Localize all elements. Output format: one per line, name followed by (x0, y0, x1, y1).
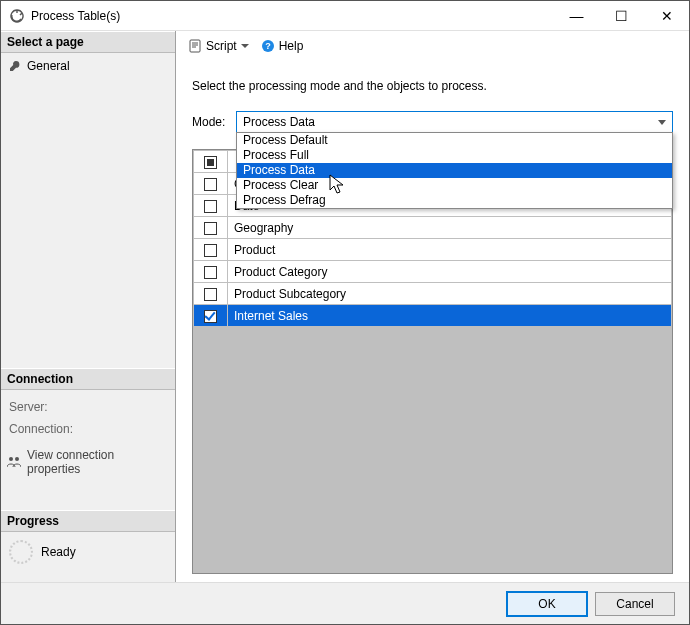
mode-option-defrag[interactable]: Process Defrag (237, 193, 672, 208)
server-label: Server: (7, 394, 169, 416)
row-checkbox[interactable] (204, 288, 217, 301)
objects-grid: Customer Date Geography Product (192, 149, 673, 574)
titlebar[interactable]: Process Table(s) — ☐ ✕ (1, 1, 689, 31)
svg-text:?: ? (265, 41, 271, 51)
svg-point-1 (15, 457, 19, 461)
mode-option-full[interactable]: Process Full (237, 148, 672, 163)
chevron-down-icon (658, 120, 666, 125)
row-checkbox[interactable] (204, 222, 217, 235)
instruction-text: Select the processing mode and the objec… (192, 79, 673, 93)
dialog-window: Process Table(s) — ☐ ✕ Select a page Gen… (0, 0, 690, 625)
sidebar: Select a page General Connection Server:… (1, 31, 176, 582)
row-name: Product (228, 239, 672, 261)
mode-option-clear[interactable]: Process Clear (237, 178, 672, 193)
chevron-down-icon (241, 44, 249, 48)
table-row[interactable]: Product Subcategory (194, 283, 672, 305)
svg-point-0 (9, 457, 13, 461)
main-panel: Script ? Help Select the processing mode… (176, 31, 689, 582)
dialog-body: Select a page General Connection Server:… (1, 31, 689, 582)
ok-button[interactable]: OK (507, 592, 587, 616)
help-button[interactable]: ? Help (257, 37, 308, 55)
app-icon (9, 8, 25, 24)
window-buttons: — ☐ ✕ (554, 1, 689, 30)
dialog-footer: OK Cancel (1, 582, 689, 624)
script-button[interactable]: Script (184, 37, 253, 55)
help-label: Help (279, 39, 304, 53)
mode-option-default[interactable]: Process Default (237, 133, 672, 148)
progress-header: Progress (1, 510, 175, 532)
row-name: Product Subcategory (228, 283, 672, 305)
mode-option-data[interactable]: Process Data (237, 163, 672, 178)
table-row[interactable]: Geography (194, 217, 672, 239)
view-connection-properties[interactable]: View connection properties (7, 438, 169, 476)
progress-status: Ready (41, 545, 76, 559)
page-item-label: General (27, 59, 70, 73)
toolbar: Script ? Help (176, 31, 689, 61)
row-name: Product Category (228, 261, 672, 283)
table-row[interactable]: Product (194, 239, 672, 261)
row-checkbox[interactable] (204, 178, 217, 191)
help-icon: ? (261, 39, 275, 53)
select-all-checkbox[interactable] (204, 156, 217, 169)
mode-combobox[interactable]: Process Data (236, 111, 673, 133)
minimize-button[interactable]: — (554, 1, 599, 30)
window-title: Process Table(s) (31, 9, 554, 23)
mode-label: Mode: (192, 115, 228, 129)
script-label: Script (206, 39, 237, 53)
progress-spinner-icon (9, 540, 33, 564)
row-name: Geography (228, 217, 672, 239)
row-checkbox[interactable] (204, 266, 217, 279)
content-area: Select the processing mode and the objec… (176, 61, 689, 582)
mode-dropdown: Process Default Process Full Process Dat… (236, 132, 673, 209)
mode-selected-value: Process Data (243, 115, 315, 129)
select-page-header: Select a page (1, 31, 175, 53)
row-name: Internet Sales (228, 305, 672, 327)
connection-header: Connection (1, 368, 175, 390)
maximize-button[interactable]: ☐ (599, 1, 644, 30)
ok-label: OK (538, 597, 555, 611)
row-checkbox[interactable] (204, 310, 217, 323)
close-button[interactable]: ✕ (644, 1, 689, 30)
cancel-button[interactable]: Cancel (595, 592, 675, 616)
table-row[interactable]: Internet Sales (194, 305, 672, 327)
cancel-label: Cancel (616, 597, 653, 611)
mode-row: Mode: Process Data Process Default Proce… (192, 111, 673, 133)
wrench-icon (9, 60, 21, 72)
row-checkbox[interactable] (204, 244, 217, 257)
svg-rect-2 (190, 40, 200, 52)
script-icon (188, 39, 202, 53)
view-connection-properties-label: View connection properties (27, 448, 169, 476)
connection-label: Connection: (7, 416, 169, 438)
row-checkbox[interactable] (204, 200, 217, 213)
page-item-general[interactable]: General (7, 57, 169, 75)
people-icon (7, 456, 21, 468)
table-row[interactable]: Product Category (194, 261, 672, 283)
